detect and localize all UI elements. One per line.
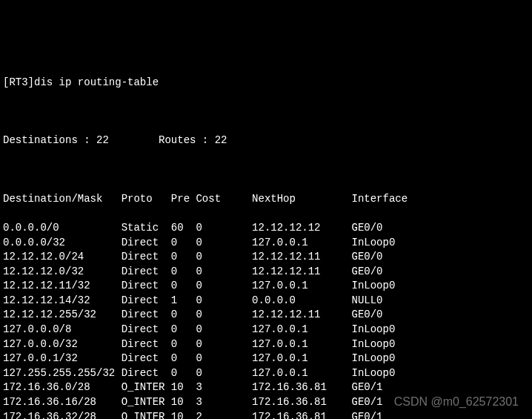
cell-proto: Direct xyxy=(122,250,171,265)
table-row: 127.255.255.255/32 Direct 0 0 127.0.0.1 … xyxy=(3,366,532,381)
col-cost: Cost xyxy=(196,192,252,207)
cell-iface: InLoop0 xyxy=(352,366,396,381)
cell-dest: 172.16.36.0/28 xyxy=(3,380,122,395)
table-row: 0.0.0.0/0 Static 60 0 12.12.12.12 GE0/0 xyxy=(3,221,532,236)
cell-cost: 0 xyxy=(196,308,252,323)
cell-nexthop: 12.12.12.11 xyxy=(252,308,351,323)
table-body: 0.0.0.0/0 Static 60 0 12.12.12.12 GE0/00… xyxy=(3,221,532,419)
table-row: 12.12.12.0/24 Direct 0 0 12.12.12.11 GE0… xyxy=(3,250,532,265)
cell-iface: InLoop0 xyxy=(352,236,396,251)
cell-nexthop: 172.16.36.81 xyxy=(252,395,351,410)
cell-iface: InLoop0 xyxy=(352,279,396,294)
cell-dest: 0.0.0.0/0 xyxy=(3,221,122,236)
cell-proto: Direct xyxy=(122,236,171,251)
summary-line: Destinations : 22 Routes : 22 xyxy=(3,133,532,148)
cell-cost: 0 xyxy=(196,250,252,265)
cell-proto: Direct xyxy=(122,352,171,366)
col-dest: Destination/Mask xyxy=(3,192,122,207)
cell-pre: 60 xyxy=(171,221,196,236)
table-header: Destination/Mask Proto Pre Cost NextHop … xyxy=(3,192,532,207)
cell-iface: GE0/0 xyxy=(352,308,383,323)
cell-pre: 10 xyxy=(171,395,196,410)
cell-pre: 0 xyxy=(171,323,196,337)
dest-label: Destinations : xyxy=(3,134,96,146)
cell-dest: 0.0.0.0/32 xyxy=(3,236,122,251)
cell-nexthop: 0.0.0.0 xyxy=(252,294,351,309)
cell-cost: 0 xyxy=(196,323,252,337)
table-row: 127.0.0.0/8 Direct 0 0 127.0.0.1 InLoop0 xyxy=(3,323,532,337)
cell-dest: 12.12.12.255/32 xyxy=(3,308,122,323)
cell-pre: 0 xyxy=(171,308,196,323)
cell-nexthop: 127.0.0.1 xyxy=(252,323,351,337)
cell-nexthop: 12.12.12.11 xyxy=(252,250,351,265)
cell-dest: 12.12.12.0/24 xyxy=(3,250,122,265)
cell-iface: GE0/0 xyxy=(352,265,383,280)
cell-nexthop: 12.12.12.11 xyxy=(252,265,351,280)
cell-dest: 12.12.12.14/32 xyxy=(3,294,122,309)
cell-nexthop: 127.0.0.1 xyxy=(252,279,351,294)
cell-proto: Direct xyxy=(122,294,171,309)
command-line: [RT3]dis ip routing-table xyxy=(3,76,532,90)
cell-iface: GE0/1 xyxy=(352,410,383,419)
cell-iface: GE0/1 xyxy=(352,380,383,395)
cell-dest: 127.0.0.1/32 xyxy=(3,352,122,366)
cell-proto: Direct xyxy=(122,279,171,294)
cell-pre: 10 xyxy=(171,380,196,395)
table-row: 12.12.12.11/32 Direct 0 0 127.0.0.1 InLo… xyxy=(3,279,532,294)
cell-dest: 172.16.36.16/28 xyxy=(3,395,122,410)
table-row: 127.0.0.0/32 Direct 0 0 127.0.0.1 InLoop… xyxy=(3,337,532,352)
cell-nexthop: 127.0.0.1 xyxy=(252,366,351,381)
cell-dest: 127.0.0.0/8 xyxy=(3,323,122,337)
table-row: 172.16.36.16/28 O_INTER 10 3 172.16.36.8… xyxy=(3,395,532,410)
cell-iface: NULL0 xyxy=(352,294,383,309)
cell-cost: 0 xyxy=(196,221,252,236)
cell-proto: Direct xyxy=(122,323,171,337)
cell-pre: 0 xyxy=(171,265,196,280)
cell-pre: 0 xyxy=(171,366,196,381)
cell-cost: 0 xyxy=(196,265,252,280)
cell-cost: 3 xyxy=(196,380,252,395)
cell-iface: InLoop0 xyxy=(352,337,396,352)
table-row: 12.12.12.255/32 Direct 0 0 12.12.12.11 G… xyxy=(3,308,532,323)
blank-line xyxy=(3,105,532,119)
cell-dest: 127.255.255.255/32 xyxy=(3,366,122,381)
cell-proto: Direct xyxy=(122,366,171,381)
table-row: 12.12.12.14/32 Direct 1 0 0.0.0.0 NULL0 xyxy=(3,294,532,309)
cell-pre: 1 xyxy=(171,294,196,309)
cell-nexthop: 127.0.0.1 xyxy=(252,337,351,352)
dest-count: 22 xyxy=(96,134,109,146)
cell-pre: 0 xyxy=(171,279,196,294)
cell-proto: O_INTER xyxy=(122,395,171,410)
cell-pre: 0 xyxy=(171,337,196,352)
cell-dest: 172.16.36.32/28 xyxy=(3,410,122,419)
cell-dest: 12.12.12.0/32 xyxy=(3,265,122,280)
cell-cost: 0 xyxy=(196,366,252,381)
cell-nexthop: 12.12.12.12 xyxy=(252,221,351,236)
cell-dest: 12.12.12.11/32 xyxy=(3,279,122,294)
cell-cost: 0 xyxy=(196,236,252,251)
cell-nexthop: 127.0.0.1 xyxy=(252,236,351,251)
cell-iface: InLoop0 xyxy=(352,352,396,366)
cell-nexthop: 127.0.0.1 xyxy=(252,352,351,366)
cell-cost: 3 xyxy=(196,395,252,410)
command-text: dis ip routing-table xyxy=(34,76,159,88)
cell-proto: Static xyxy=(122,221,171,236)
cell-nexthop: 172.16.36.81 xyxy=(252,380,351,395)
cell-dest: 127.0.0.0/32 xyxy=(3,337,122,352)
cell-iface: GE0/0 xyxy=(352,221,383,236)
blank-line xyxy=(3,163,532,178)
cell-proto: O_INTER xyxy=(122,410,171,419)
cell-cost: 0 xyxy=(196,279,252,294)
routes-count: 22 xyxy=(215,134,227,146)
table-row: 172.16.36.32/28 O_INTER 10 2 172.16.36.8… xyxy=(3,410,532,419)
table-row: 0.0.0.0/32 Direct 0 0 127.0.0.1 InLoop0 xyxy=(3,236,532,251)
col-iface: Interface xyxy=(352,192,408,207)
cell-iface: GE0/0 xyxy=(352,250,383,265)
col-pre: Pre xyxy=(171,192,196,207)
cell-pre: 0 xyxy=(171,250,196,265)
col-nexthop: NextHop xyxy=(252,192,351,207)
col-proto: Proto xyxy=(122,192,171,207)
terminal-output[interactable]: [RT3]dis ip routing-table Destinations :… xyxy=(3,61,532,419)
prompt-host: [RT3] xyxy=(3,76,34,88)
cell-proto: O_INTER xyxy=(122,380,171,395)
